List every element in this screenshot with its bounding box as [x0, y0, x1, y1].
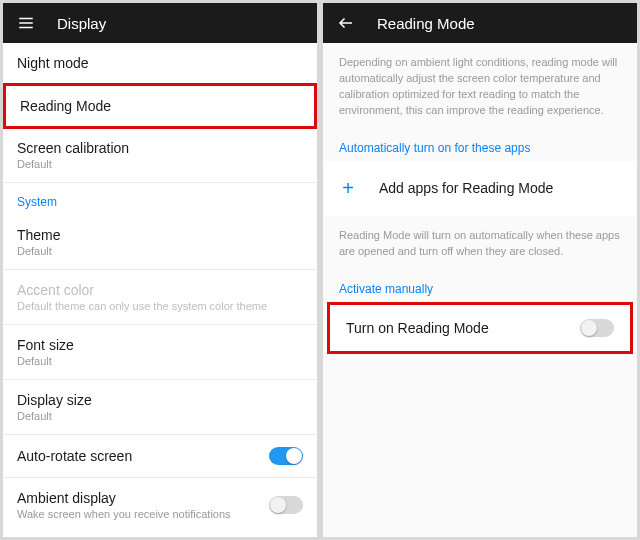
ambient-display-toggle[interactable] — [269, 496, 303, 514]
item-title: Auto-rotate screen — [17, 448, 132, 464]
auto-rotate-toggle[interactable] — [269, 447, 303, 465]
reading-mode-header-title: Reading Mode — [377, 15, 475, 32]
back-arrow-icon[interactable] — [337, 14, 355, 32]
turn-on-reading-mode-row[interactable]: Turn on Reading Mode — [330, 305, 630, 351]
activate-manually-header: Activate manually — [323, 272, 637, 302]
item-sub: Default — [17, 158, 129, 170]
item-sub: Default — [17, 245, 61, 257]
reading-mode-header: Reading Mode — [323, 3, 637, 43]
reading-mode-description: Depending on ambient light conditions, r… — [323, 43, 637, 131]
item-title: Display size — [17, 392, 92, 408]
item-title: Ambient display — [17, 490, 231, 506]
add-apps-label: Add apps for Reading Mode — [379, 180, 553, 196]
display-content: Night mode Reading Mode Screen calibrati… — [3, 43, 317, 537]
reading-mode-toggle[interactable] — [580, 319, 614, 337]
item-night-mode[interactable]: Night mode — [3, 43, 317, 84]
item-sub: Default theme can only use the system co… — [17, 300, 267, 312]
auto-on-header: Automatically turn on for these apps — [323, 131, 637, 161]
display-header-title: Display — [57, 15, 106, 32]
turn-on-reading-mode-highlight: Turn on Reading Mode — [327, 302, 633, 354]
plus-icon: + — [339, 177, 357, 200]
turn-on-reading-mode-label: Turn on Reading Mode — [346, 320, 489, 336]
item-font-size[interactable]: Font size Default — [3, 325, 317, 380]
item-title: Accent color — [17, 282, 267, 298]
section-header-system: System — [3, 183, 317, 215]
item-ambient-display[interactable]: Ambient display Wake screen when you rec… — [3, 478, 317, 532]
item-title: Screen calibration — [17, 140, 129, 156]
item-title: Theme — [17, 227, 61, 243]
hamburger-icon[interactable] — [17, 14, 35, 32]
item-sub: Default — [17, 410, 92, 422]
item-sub: Wake screen when you receive notificatio… — [17, 508, 231, 520]
item-title: Reading Mode — [20, 98, 111, 114]
item-sub: Default — [17, 355, 74, 367]
item-screen-calibration[interactable]: Screen calibration Default — [3, 128, 317, 183]
display-header: Display — [3, 3, 317, 43]
display-settings-pane: Display Night mode Reading Mode Screen c… — [3, 3, 317, 537]
item-display-size[interactable]: Display size Default — [3, 380, 317, 435]
item-reading-mode[interactable]: Reading Mode — [3, 83, 317, 129]
add-apps-row[interactable]: + Add apps for Reading Mode — [323, 161, 637, 216]
reading-mode-content: Depending on ambient light conditions, r… — [323, 43, 637, 537]
item-theme[interactable]: Theme Default — [3, 215, 317, 270]
auto-on-description: Reading Mode will turn on automatically … — [323, 216, 637, 272]
item-auto-rotate[interactable]: Auto-rotate screen — [3, 435, 317, 478]
item-title: Font size — [17, 337, 74, 353]
item-title: Night mode — [17, 55, 89, 71]
empty-space — [323, 354, 637, 537]
reading-mode-pane: Reading Mode Depending on ambient light … — [323, 3, 637, 537]
item-accent-color: Accent color Default theme can only use … — [3, 270, 317, 325]
